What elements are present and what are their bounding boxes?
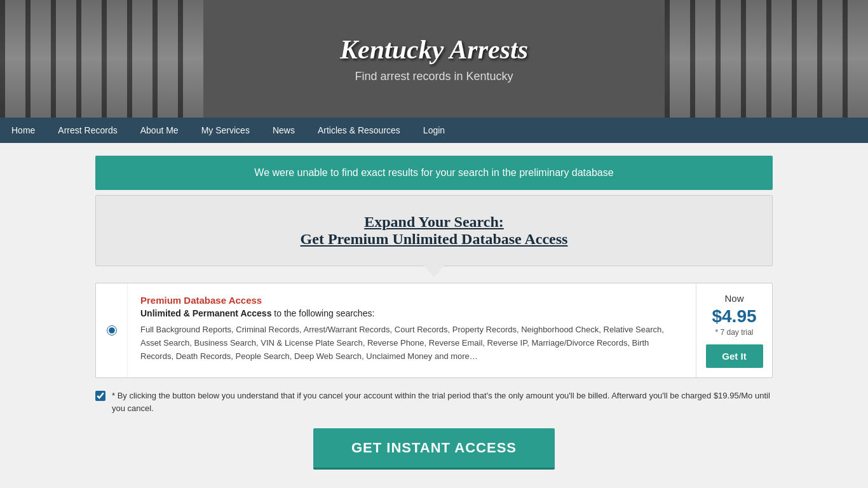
offer-radio-wrapper[interactable] bbox=[96, 283, 128, 377]
site-subtitle: Find arrest records in Kentucky bbox=[340, 70, 528, 83]
offer-price-panel: Now $4.95 * 7 day trial Get It bbox=[696, 283, 772, 377]
alert-message: We were unable to find exact results for… bbox=[254, 167, 613, 178]
nav-item-arrest-records[interactable]: Arrest Records bbox=[46, 118, 128, 143]
expand-heading: Expand Your Search: Get Premium Unlimite… bbox=[109, 214, 759, 248]
offer-details: Premium Database Access Unlimited & Perm… bbox=[128, 283, 696, 377]
expand-heading-underline: Premium Unlimited bbox=[328, 231, 458, 247]
nav-item-about-me[interactable]: About Me bbox=[129, 118, 190, 143]
header: Kentucky Arrests Find arrest records in … bbox=[0, 0, 868, 118]
search-alert: We were unable to find exact results for… bbox=[95, 156, 773, 190]
offer-card: Premium Database Access Unlimited & Perm… bbox=[95, 283, 773, 378]
offer-trial-note: * 7 day trial bbox=[715, 328, 753, 337]
nav-item-articles[interactable]: Articles & Resources bbox=[306, 118, 412, 143]
nav-item-news[interactable]: News bbox=[261, 118, 306, 143]
nav-item-my-services[interactable]: My Services bbox=[190, 118, 261, 143]
offer-price: $4.95 bbox=[712, 306, 756, 327]
cta-wrapper: GET INSTANT ACCESS bbox=[95, 428, 773, 470]
expand-heading-line2-pre: Get bbox=[301, 231, 328, 247]
disclaimer-section: * By clicking the button below you under… bbox=[95, 390, 773, 414]
offer-title: Premium Database Access bbox=[140, 295, 683, 306]
header-center: Kentucky Arrests Find arrest records in … bbox=[340, 34, 528, 83]
offer-subtitle-rest: to the following searches: bbox=[271, 308, 374, 318]
disclaimer-checkbox[interactable] bbox=[95, 391, 105, 401]
offer-description: Full Background Reports, Criminal Record… bbox=[140, 323, 683, 363]
nav-item-login[interactable]: Login bbox=[412, 118, 456, 143]
main-content: We were unable to find exact results for… bbox=[0, 143, 868, 482]
get-instant-access-button[interactable]: GET INSTANT ACCESS bbox=[313, 428, 555, 470]
nav-item-home[interactable]: Home bbox=[0, 118, 46, 143]
site-title: Kentucky Arrests bbox=[340, 34, 528, 65]
expand-heading-line1: Expand Your Search: bbox=[364, 214, 504, 230]
offer-now-label: Now bbox=[724, 293, 743, 304]
header-bg-right bbox=[665, 0, 868, 118]
offer-subtitle: Unlimited & Permanent Access to the foll… bbox=[140, 308, 683, 318]
expand-search-box: Expand Your Search: Get Premium Unlimite… bbox=[95, 195, 773, 266]
disclaimer-text: * By clicking the button below you under… bbox=[112, 390, 773, 414]
offer-subtitle-bold: Unlimited & Permanent Access bbox=[140, 308, 271, 318]
header-bg-left bbox=[0, 0, 203, 118]
main-nav: Home Arrest Records About Me My Services… bbox=[0, 118, 868, 143]
get-it-button[interactable]: Get It bbox=[706, 344, 763, 368]
expand-heading-line2-post: Database Access bbox=[458, 231, 567, 247]
offer-radio-input[interactable] bbox=[107, 325, 117, 336]
